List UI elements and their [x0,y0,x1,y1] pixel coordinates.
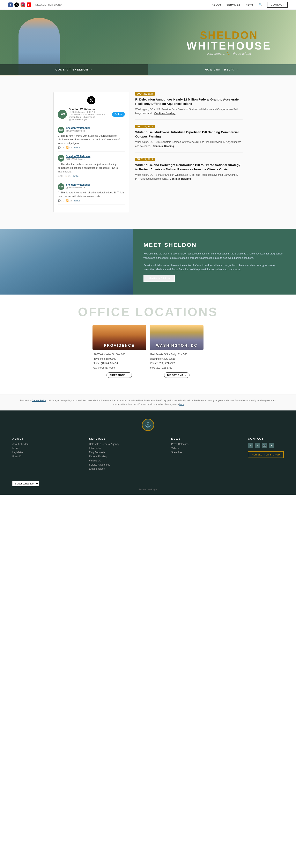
footer-federal-funding[interactable]: Federal Funding [89,455,119,458]
tweet-item: SW Sheldon Whitehouse @SenWhitehou se C.… [58,127,125,152]
tweet-user-2: SW Sheldon Whitehouse @SenWhitehous e [58,155,125,161]
twitter-icon[interactable]: 𝕏 [14,2,19,7]
tweet-text-1: C. This is how it works with Supreme Cou… [58,134,125,145]
contact-button[interactable]: CONTACT [267,2,288,8]
news-date-1: JULY 26, 2024 [135,92,155,96]
footer-bottom: Powered by Google [12,488,284,491]
news-excerpt-3: Washington, DC – Senator Sheldon Whiteho… [135,173,242,181]
footer-speeches[interactable]: Speeches [171,451,196,454]
tweet-link-2[interactable]: Twitter [72,175,79,177]
tweet-avatar-2: SW [58,155,64,161]
news-title-2: Whitehouse, Murkowski Introduce Bipartis… [135,130,242,138]
dc-directions-btn[interactable]: DIRECTIONS → [164,372,189,378]
profile-avatar: SW [58,110,67,119]
unsubscribe-link[interactable]: here [179,403,184,406]
footer-internships[interactable]: Internships [89,447,119,450]
twitter-header: 𝕏 [58,96,125,104]
learn-more-button[interactable]: LEARN MORE → [144,275,175,282]
dc-label: WASHINGTON, DC [156,343,198,348]
tweet-text-3: A. This is how it works with all other f… [58,191,125,198]
footer: ⚓ ABOUT About Sheldon Issues Legislation… [0,410,296,495]
footer-legislation[interactable]: Legislation [12,451,37,454]
office-locations-section: OFFICE LOCATIONS PROVIDENCE 170 Westmins… [0,294,296,394]
nav-news[interactable]: NEWS [245,3,254,6]
meet-body-2: Senator Whitehouse has been at the cente… [144,263,286,272]
news-read-more-1[interactable]: Continue Reading [154,112,176,115]
language-selector[interactable]: Select Language [12,481,39,486]
footer-issues[interactable]: Issues [12,447,37,450]
facebook-icon[interactable]: f [8,2,13,7]
twitter-profile: SW Sheldon Whitehouse 24,654 followers ·… [58,108,125,123]
news-read-more-3[interactable]: Continue Reading [170,177,191,180]
news-date-2: JULY 25, 2024 [135,125,155,128]
news-excerpt-1: Washington, DC – U.S. Senators Jack Reed… [135,107,242,115]
policy-note: Pursuant to Senate Policy , petitions, o… [0,394,296,410]
hero-subtitle: U.S. Senator for Rhode Island [187,52,271,55]
news-item-1: JULY 26, 2024 RI Delegation Announces Ne… [135,92,242,120]
nav-services[interactable]: SERVICES [227,3,240,6]
dc-office-image: WASHINGTON, DC [150,325,204,350]
tweet-handle-3: @SenWhitehou se [66,186,90,189]
tweet-user-3: SW Sheldon Whitehouse @SenWhitehou se [58,183,125,190]
news-excerpt-2: Washington, DC – U.S. Senators Sheldon W… [135,140,242,148]
tweet-handle-1: @SenWhitehou se [66,129,90,132]
tweet-item-3: SW Sheldon Whitehouse @SenWhitehou se A.… [58,183,125,205]
tweet-text-2: D. The idea that justices are not subjec… [58,162,125,174]
news-read-more-2[interactable]: Continue Reading [153,145,174,148]
meet-sheldon-section: MEET SHELDON Representing the Ocean Stat… [0,229,296,294]
footer-about-sheldon[interactable]: About Sheldon [12,443,37,445]
tweet-name-3[interactable]: Sheldon Whitehouse [66,183,90,186]
x-logo: 𝕏 [87,96,95,104]
footer-instagram-icon[interactable]: 📷 [262,443,267,448]
nav-about[interactable]: ABOUT [212,3,221,6]
footer-facebook-icon[interactable]: f [248,443,253,448]
footer-federal-agency[interactable]: Help with a Federal Agency [89,443,119,445]
hero-name-whitehouse: WHITEHOUSE [187,40,271,51]
instagram-icon[interactable]: 📷 [21,2,25,7]
how-can-i-help-btn[interactable]: HOW CAN I HELP? → [148,64,296,75]
news-title-3: Whitehouse and Cartwright Reintroduce Bi… [135,163,242,172]
newsletter-signup-link[interactable]: NEWSLETTER SIGNUP [35,3,63,6]
tweet-name-2[interactable]: Sheldon Whitehouse [66,155,90,158]
footer-contact-title: CONTACT [248,437,284,440]
footer-press-kit[interactable]: Press Kit [12,455,37,458]
footer-press-releases[interactable]: Press Releases [171,443,196,445]
dc-office-card: WASHINGTON, DC Hart Senate Office Bldg.,… [150,325,204,378]
tweet-actions-2: 💬 8 🔁 31 Twitter [58,175,125,177]
footer-videos[interactable]: Videos [171,447,196,450]
tweet-link-3[interactable]: Twitter [74,199,81,202]
meet-photo [0,229,133,294]
footer-newsletter-btn[interactable]: NEWSLETTER SIGNUP [248,452,284,458]
news-item-3: JULY 24, 2024 Whitehouse and Cartwright … [135,157,242,185]
tweet-avatar: SW [58,127,64,133]
news-date-3: JULY 24, 2024 [135,158,155,161]
news-title-1: RI Delegation Announces Nearly $2 Millio… [135,97,242,106]
footer-email-sheldon[interactable]: Email Sheldon [89,467,119,470]
follow-button[interactable]: Follow [112,112,125,117]
footer-logo: ⚓ [12,419,284,431]
meet-person-image [0,229,133,294]
tweet-name-1[interactable]: Sheldon Whitehouse [66,127,90,129]
footer-social-icons: f 𝕏 📷 ▶ [248,443,284,448]
twitter-feed: 𝕏 SW Sheldon Whitehouse 24,654 followers… [54,92,129,212]
footer-about-title: ABOUT [12,437,37,440]
hero-name-sheldon: SHELDON [187,30,271,40]
senate-policy-link[interactable]: Senate Policy [32,399,46,402]
profile-stats: 24,654 followers · 607,283 [69,111,110,113]
hero-buttons: CONTACT SHELDON → HOW CAN I HELP? → [0,64,296,75]
contact-sheldon-btn[interactable]: CONTACT SHELDON → [0,64,148,75]
footer-service-academies[interactable]: Service Academies [89,463,119,466]
tweet-link-1[interactable]: Twitter [74,146,81,149]
footer-news-col: NEWS Press Releases Videos Speeches [171,437,196,471]
search-button[interactable]: 🔍 [259,3,262,6]
footer-twitter-icon[interactable]: 𝕏 [255,443,260,448]
footer-visiting-dc[interactable]: Visiting DC [89,459,119,462]
profile-info: Sheldon Whitehouse 24,654 followers · 60… [69,108,110,121]
meet-title: MEET SHELDON [144,242,286,248]
youtube-icon[interactable]: ▶ [27,2,31,7]
profile-bio: U.S. Senator from Rhode Island, the Ocea… [69,113,110,121]
footer-flag-requests[interactable]: Flag Requests [89,451,119,454]
providence-directions-btn[interactable]: DIRECTIONS → [107,372,132,378]
footer-youtube-icon[interactable]: ▶ [269,443,274,448]
footer-about-col: ABOUT About Sheldon Issues Legislation P… [12,437,37,471]
